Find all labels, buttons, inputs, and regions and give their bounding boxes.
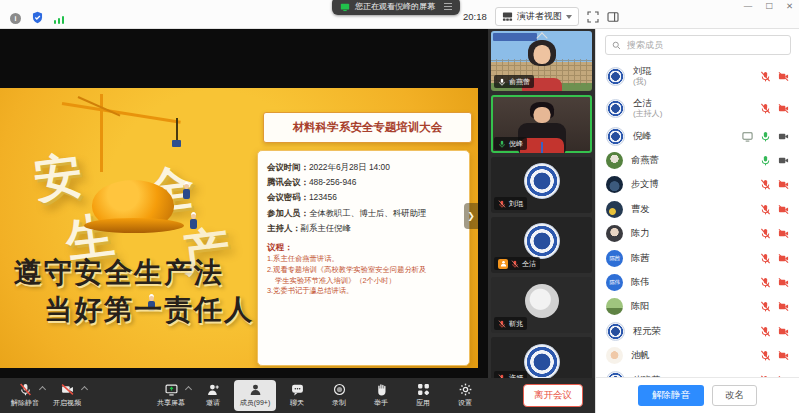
mic-icon[interactable] [760, 131, 771, 142]
video-tile[interactable]: 刘琨 [491, 157, 592, 213]
share-screen-button[interactable]: 共享屏幕 [150, 380, 192, 411]
camera-icon[interactable] [778, 103, 789, 114]
camera-icon[interactable] [778, 131, 789, 142]
camera-icon[interactable] [778, 326, 789, 337]
record-button[interactable]: 录制 [318, 380, 360, 411]
fullscreen-icon[interactable] [587, 11, 599, 23]
mic-icon[interactable] [760, 204, 771, 215]
raise-hand-button[interactable]: 举手 [360, 380, 402, 411]
participant-name: 仝洁 [522, 259, 536, 269]
worker-figure [190, 212, 197, 229]
maximize-button[interactable]: ☐ [765, 1, 773, 11]
security-shield-icon[interactable] [31, 11, 44, 24]
mic-icon[interactable] [760, 253, 771, 264]
speaker-view-icon [502, 11, 513, 22]
mic-muted-icon [498, 200, 506, 208]
member-name: 仝洁 [633, 98, 760, 109]
slide-title: 材料科学系安全专题培训大会 [263, 112, 472, 143]
video-tile[interactable]: 靳兆 [491, 277, 592, 333]
unmute-button[interactable]: 解除静音 [638, 385, 704, 406]
member-row[interactable]: 陈伟 陈伟 [596, 270, 799, 294]
search-input[interactable] [625, 39, 784, 51]
camera-icon[interactable] [778, 71, 789, 82]
mic-icon[interactable] [760, 179, 771, 190]
participant-name: 刘琨 [509, 199, 523, 209]
member-row[interactable]: 仝洁(主持人) [596, 92, 799, 124]
member-row[interactable]: 池帆 [596, 344, 799, 368]
camera-icon[interactable] [778, 253, 789, 264]
clock: 20:18 [463, 11, 487, 22]
unmute-mic-button[interactable]: 解除静音 [4, 380, 46, 411]
mic-icon[interactable] [760, 155, 771, 166]
side-panel-icon[interactable] [607, 11, 619, 23]
video-tile-active-speaker[interactable]: 倪峰 [491, 95, 592, 153]
video-tile[interactable]: 仝洁 [491, 217, 592, 273]
camera-icon[interactable] [778, 179, 789, 190]
member-name: 陈茜 [631, 253, 760, 264]
view-mode-label: 演讲者视图 [517, 10, 562, 23]
chevron-up-icon[interactable] [39, 386, 46, 393]
video-tile[interactable]: 许妍 [491, 337, 592, 378]
apps-button[interactable]: 应用 [402, 380, 444, 411]
agenda-item: 3.党委书记于瀛总结讲话。 [267, 286, 460, 297]
network-signal-icon[interactable] [54, 16, 64, 24]
member-search[interactable] [605, 35, 791, 55]
rename-button[interactable]: 改名 [712, 385, 757, 406]
camera-icon[interactable] [778, 350, 789, 361]
camera-icon[interactable] [778, 204, 789, 215]
shared-screen-area: 安 全 生 产 遵守安全生产法 当好第一责任人 材料科学系安全专题培训大会 会议… [0, 28, 488, 378]
banner-menu-icon[interactable] [444, 3, 452, 10]
member-name: 步文博 [631, 179, 760, 190]
chevron-up-icon[interactable] [185, 386, 192, 393]
deco-char: 安 [30, 143, 85, 212]
video-tile[interactable]: 俞燕蕾 [491, 31, 592, 91]
member-row[interactable]: 陈茜 陈茜 [596, 246, 799, 270]
member-name: 俞燕蕾 [631, 155, 760, 166]
member-name: 刘琨 [633, 66, 760, 77]
member-row[interactable]: 程元荣 [596, 319, 799, 343]
member-row[interactable]: 陈阳 [596, 295, 799, 319]
mic-icon[interactable] [760, 228, 771, 239]
mic-icon[interactable] [760, 277, 771, 288]
avatar: 陈伟 [606, 274, 623, 291]
members-panel: 成员(125) ⋯ ✕ 刘琨(我) 仝洁(主持人) [595, 0, 799, 413]
members-button[interactable]: 成员(99+) [234, 380, 276, 411]
member-row[interactable]: 倪峰 [596, 124, 799, 148]
meeting-info-card: 会议时间：2022年6月28日 14:00 腾讯会议：488-256-946 会… [257, 150, 470, 366]
mic-icon[interactable] [760, 301, 771, 312]
view-mode-dropdown[interactable]: 演讲者视图 [495, 7, 579, 26]
camera-icon[interactable] [778, 301, 789, 312]
chat-button[interactable]: 聊天 [276, 380, 318, 411]
next-slide-arrow[interactable]: ❯ [464, 203, 478, 229]
participant-name: 倪峰 [509, 139, 523, 149]
camera-icon[interactable] [778, 155, 789, 166]
start-video-button[interactable]: 开启视频 [46, 380, 88, 411]
close-button[interactable]: ✕ [786, 1, 793, 11]
mic-muted-icon [19, 383, 32, 396]
minimize-button[interactable]: — [744, 1, 753, 11]
member-row[interactable]: 陈力 [596, 222, 799, 246]
meeting-info-icon[interactable]: i [10, 13, 21, 24]
participant-name: 靳兆 [509, 319, 523, 329]
member-row[interactable]: 步文博 [596, 173, 799, 197]
settings-button[interactable]: 设置 [444, 380, 486, 411]
invite-button[interactable]: 邀请 [192, 380, 234, 411]
mic-icon[interactable] [760, 103, 771, 114]
chevron-up-icon[interactable] [81, 386, 88, 393]
mic-icon[interactable] [760, 350, 771, 361]
participant-name: 俞燕蕾 [509, 77, 530, 87]
mic-icon[interactable] [760, 71, 771, 82]
camera-icon[interactable] [778, 228, 789, 239]
member-row[interactable]: 刘琨(我) [596, 60, 799, 92]
leave-meeting-button[interactable]: 离开会议 [523, 384, 583, 407]
member-name: 倪峰 [633, 131, 742, 142]
member-list[interactable]: 刘琨(我) 仝洁(主持人) 倪峰 [596, 60, 799, 378]
member-row[interactable]: 俞燕蕾 [596, 148, 799, 172]
camera-icon[interactable] [778, 277, 789, 288]
gear-icon [459, 383, 472, 396]
mic-muted-icon [498, 320, 506, 328]
record-icon [333, 383, 346, 396]
screen-share-icon [340, 2, 350, 12]
mic-icon[interactable] [760, 326, 771, 337]
member-row[interactable]: 曹发 [596, 197, 799, 221]
